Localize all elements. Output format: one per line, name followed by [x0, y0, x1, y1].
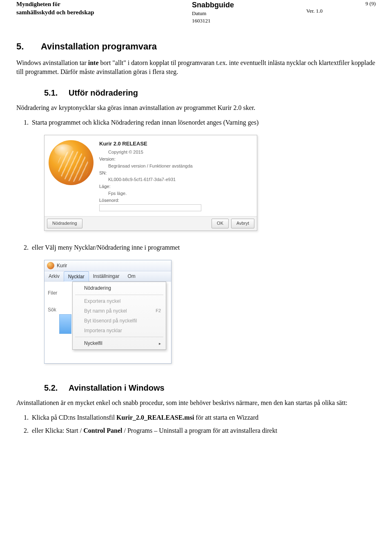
section-5-title: Avinstallation programvara [41, 41, 157, 51]
dialog-title: Kurir 2.0 RELEASE [99, 140, 251, 148]
submenu-arrow-icon: ▸ [159, 341, 161, 347]
section-5-1-list: Starta programmet och klicka Nödradering… [30, 118, 376, 127]
doc-date-value: 1603121 [192, 17, 306, 25]
kurir-app-window: Kurir Arkiv Nycklar Inställningar Om Fil… [44, 260, 172, 364]
section-5-2-number: 5.2. [44, 382, 69, 394]
kurir-logo-icon [49, 140, 94, 185]
org-name: Myndigheten för samhällsskydd och bereds… [16, 0, 192, 17]
section-5-heading: 5.Avinstallation programvara [16, 40, 376, 53]
nycklar-dropdown: Nödradering Exportera nyckel Byt namn på… [72, 282, 166, 350]
kurir-logo-icon [47, 262, 54, 269]
section-5-2-para: Avinstallationen är en mycket enkel och … [16, 398, 376, 407]
section-5-2-heading: 5.2.Avinstallation i Windows [44, 382, 376, 394]
section-5-1-para: Nödradering av kryptonycklar ska göras i… [16, 103, 376, 112]
dialog-lage-label: Läge: [99, 183, 251, 190]
page-number: 9 (9) [355, 0, 376, 7]
list-item: eller Välj meny Nycklar/Nödradering inne… [30, 243, 376, 252]
app-sidebar: Filer Sök [48, 290, 57, 322]
menu-item-bytlosen[interactable]: Byt lösenord på nyckelfil [74, 316, 165, 326]
section-5-number: 5. [16, 40, 41, 53]
menu-item-exportera[interactable]: Exportera nyckel [74, 296, 165, 306]
list-item: eller Klicka: Start / Control Panel / Pr… [30, 426, 376, 435]
dialog-sn-value: KL000-b8c9-5cf1-61f7-3da7-e931 [108, 177, 251, 183]
app-menubar: Arkiv Nycklar Inställningar Om [45, 271, 171, 282]
app-body: Filer Sök Nödradering Exportera nyckel B… [45, 282, 171, 363]
page-header: Myndigheten för samhällsskydd och bereds… [16, 0, 376, 24]
menu-item-bytnamn[interactable]: Byt namn på nyckel F2 [74, 306, 165, 316]
cancel-button[interactable]: Avbryt [231, 219, 254, 228]
list-item: Klicka på CD:ns Installationsfil Kurir_2… [30, 413, 376, 422]
dialog-lage-value: Fps läge. [108, 190, 251, 197]
dialog-sn-label: SN: [99, 170, 251, 176]
section-5-1-list-cont: eller Välj meny Nycklar/Nödradering inne… [30, 243, 376, 252]
sidebar-sok[interactable]: Sök [48, 306, 57, 313]
app-title: Kurir [57, 262, 67, 269]
section-5-2-title: Avinstallation i Windows [69, 383, 165, 392]
list-item: Starta programmet och klicka Nödradering… [30, 118, 376, 127]
kurir-login-dialog: Kurir 2.0 RELEASE Copyright © 2015 Versi… [44, 135, 257, 230]
selection-highlight [59, 314, 71, 334]
version-text: Ver. 1.0 [306, 7, 355, 15]
menu-installningar[interactable]: Inställningar [89, 271, 124, 281]
doc-date-label: Datum [192, 10, 306, 17]
org-line2: samhällsskydd och beredskap [16, 8, 192, 16]
org-line1: Myndigheten för [16, 0, 192, 8]
menu-separator [75, 295, 163, 295]
dialog-password-input[interactable] [99, 204, 201, 211]
nodradering-button[interactable]: Nödradering [47, 219, 82, 228]
dialog-copyright: Copyright © 2015 [108, 149, 251, 155]
dialog-version-label: Version: [99, 156, 251, 162]
header-middle: Snabbguide Datum 1603121 [192, 0, 306, 24]
section-5-para: Windows avinstallation tar inte bort "al… [16, 58, 376, 76]
dialog-version-value: Begränsad version / Funktioner avstängda [108, 163, 251, 169]
dialog-password-label: Lösenord: [99, 197, 251, 204]
section-5-2-list: Klicka på CD:ns Installationsfil Kurir_2… [30, 413, 376, 435]
section-5-1-title: Utför nödradering [69, 88, 138, 97]
menu-om[interactable]: Om [123, 271, 139, 281]
doc-title: Snabbguide [192, 0, 306, 10]
ok-button[interactable]: OK [212, 219, 229, 228]
menu-item-nodradering[interactable]: Nödradering [74, 283, 165, 293]
header-version: Ver. 1.0 [306, 0, 355, 14]
sidebar-filer[interactable]: Filer [48, 290, 57, 296]
section-5-1-number: 5.1. [44, 87, 69, 98]
app-titlebar: Kurir [45, 260, 171, 271]
menu-item-importera[interactable]: Importera nycklar [74, 326, 165, 335]
menu-item-nyckelfil[interactable]: Nyckelfil ▸ [74, 338, 165, 348]
menu-separator [75, 337, 163, 337]
dialog-footer: Nödradering OK Avbryt [45, 216, 257, 230]
section-5-1-heading: 5.1.Utför nödradering [44, 87, 376, 98]
menu-arkiv[interactable]: Arkiv [45, 271, 64, 281]
menu-nycklar[interactable]: Nycklar [64, 271, 89, 282]
shortcut-label: F2 [156, 308, 161, 314]
